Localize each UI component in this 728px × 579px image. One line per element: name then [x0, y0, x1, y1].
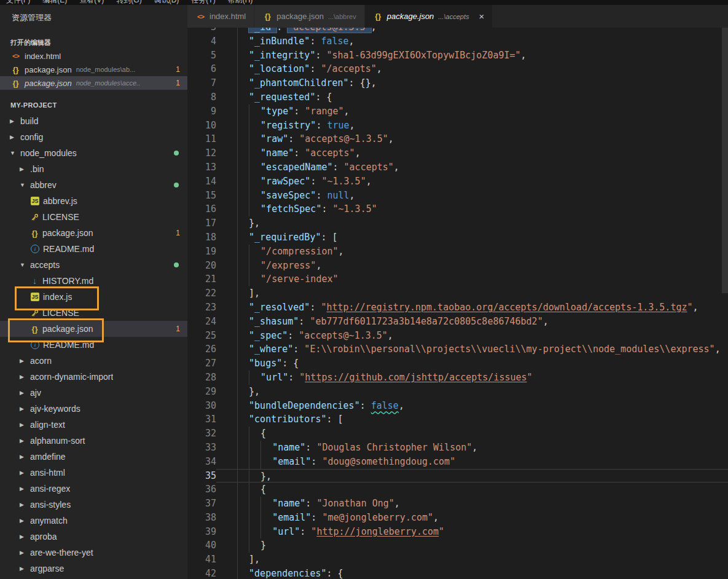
code-line-17[interactable]: 17}, — [187, 216, 728, 230]
code-line-3[interactable]: 3"_id": "accepts@1.3.5", — [187, 28, 728, 34]
folder-argparse[interactable]: ▶argparse — [0, 561, 187, 577]
menu-item-view[interactable]: 查看(V) — [73, 0, 110, 5]
open-editor-package.json[interactable]: {}package.jsonnode_modules\ab...1 — [0, 63, 187, 76]
code-line-6[interactable]: 6"_location": "/accepts", — [187, 62, 728, 76]
code-line-23[interactable]: 23"_resolved": "http://registry.npm.taob… — [187, 301, 728, 315]
code-line-31[interactable]: 31"contributors": [ — [187, 412, 728, 427]
indent-guide — [249, 104, 260, 119]
code-line-19[interactable]: 19"/compression", — [187, 245, 728, 259]
file-index.js[interactable]: JSindex.js — [0, 289, 187, 305]
menu-item-help[interactable]: 帮助(H) — [222, 0, 259, 5]
file-abbrev.js[interactable]: JSabbrev.js — [0, 193, 187, 209]
folder-accepts[interactable]: ▼accepts — [0, 257, 187, 273]
file-package.json[interactable]: {}package.json1 — [0, 321, 187, 337]
folder-build[interactable]: ▶build — [0, 113, 187, 129]
code-line-40[interactable]: 40} — [187, 538, 728, 553]
chevron-right-icon: ▶ — [20, 422, 30, 428]
code-line-15[interactable]: 15"saveSpec": null, — [187, 189, 728, 203]
code-line-24[interactable]: 24"_shasum": "eb777df6011723a3b14e8a72c0… — [187, 315, 728, 329]
folder-amdefine[interactable]: ▶amdefine — [0, 449, 187, 465]
json-file-icon: {} — [373, 11, 383, 22]
folder-acorn-dynamic-import[interactable]: ▶acorn-dynamic-import — [0, 369, 187, 385]
code-line-32[interactable]: 32{ — [187, 427, 728, 441]
code-line-12[interactable]: 12"name": "accepts", — [187, 146, 728, 160]
file-package.json[interactable]: {}package.json1 — [0, 225, 187, 241]
chevron-right-icon: ▶ — [10, 118, 20, 124]
menu-item-tasks[interactable]: 任务(T) — [185, 0, 221, 5]
code-line-21[interactable]: 21"/serve-index" — [187, 272, 728, 286]
modified-dot — [174, 151, 179, 156]
menu-item-file[interactable]: 文件(F) — [0, 0, 36, 5]
code-line-30[interactable]: 30"bundleDependencies": false, — [187, 399, 728, 413]
code-line-34[interactable]: 34"email": "doug@somethingdoug.com" — [187, 455, 728, 469]
file-HISTORY.md[interactable]: ↓HISTORY.md — [0, 273, 187, 289]
code-line-22[interactable]: 22], — [187, 286, 728, 301]
code-line-16[interactable]: 16"fetchSpec": "~1.3.5" — [187, 202, 728, 216]
code-text: }, — [216, 469, 728, 483]
code-line-41[interactable]: 41], — [187, 553, 728, 567]
code-line-36[interactable]: 36{ — [187, 482, 728, 497]
code-line-20[interactable]: 20"/express", — [187, 259, 728, 273]
menu-item-debug[interactable]: 调试(D) — [148, 0, 186, 5]
folder-abbrev[interactable]: ▼abbrev — [0, 177, 187, 193]
folder-ansi-html[interactable]: ▶ansi-html — [0, 465, 187, 481]
folder-node_modules[interactable]: ▼node_modules — [0, 145, 187, 161]
close-icon[interactable]: × — [479, 12, 485, 21]
file-LICENSE[interactable]: LICENSE — [0, 209, 187, 225]
code-line-8[interactable]: 8"_requested": { — [187, 90, 728, 104]
open-editor-index.html[interactable]: <>index.html — [0, 49, 187, 63]
indent-guide — [237, 189, 249, 203]
code-line-18[interactable]: 18"_requiredBy": [ — [187, 230, 728, 245]
file-label: LICENSE — [42, 212, 79, 222]
open-editor-package.json[interactable]: {}package.jsonnode_modules\acce..1 — [0, 76, 187, 90]
indent-guide — [249, 146, 260, 160]
scrollbar-thumb[interactable] — [722, 28, 728, 293]
folder-ansi-regex[interactable]: ▶ansi-regex — [0, 481, 187, 497]
code-line-7[interactable]: 7"_phantomChildren": {}, — [187, 76, 728, 90]
code-line-4[interactable]: 4"_inBundle": false, — [187, 34, 728, 49]
folder-acorn[interactable]: ▶acorn — [0, 353, 187, 369]
code-line-5[interactable]: 5"_integrity": "sha1-63d99gEXI6OxTopywIB… — [187, 49, 728, 63]
code-line-33[interactable]: 33"name": "Douglas Christopher Wilson", — [187, 441, 728, 455]
menu-item-goto[interactable]: 转到(G) — [110, 0, 147, 5]
tab-0-index.html[interactable]: <>index.html — [187, 5, 254, 28]
folder-alphanum-sort[interactable]: ▶alphanum-sort — [0, 433, 187, 449]
folder-are-we-there-yet[interactable]: ▶are-we-there-yet — [0, 545, 187, 561]
folder-ajv[interactable]: ▶ajv — [0, 385, 187, 401]
folder-aproba[interactable]: ▶aproba — [0, 529, 187, 545]
code-line-38[interactable]: 38"email": "me@jongleberry.com", — [187, 511, 728, 525]
code-line-27[interactable]: 27"bugs": { — [187, 356, 728, 371]
code-line-29[interactable]: 29}, — [187, 385, 728, 399]
code-line-9[interactable]: 9"type": "range", — [187, 104, 728, 119]
folder-anymatch[interactable]: ▶anymatch — [0, 513, 187, 529]
tab-1-package.json[interactable]: {}package.json...\abbrev — [254, 5, 364, 28]
code-line-28[interactable]: 28"url": "https://github.com/jshttp/acce… — [187, 371, 728, 385]
project-section-header[interactable]: MY-PROJECT — [0, 98, 187, 112]
code-line-26[interactable]: 26"_where": "E:\\robin\\personal\\projec… — [187, 342, 728, 356]
folder-.bin[interactable]: ▶.bin — [0, 161, 187, 177]
menu-item-edit[interactable]: 编辑(E) — [36, 0, 73, 5]
code-text: "raw": "accepts@~1.3.5", — [216, 132, 728, 146]
license-key-icon — [29, 308, 40, 318]
code-line-10[interactable]: 10"registry": true, — [187, 119, 728, 133]
folder-align-text[interactable]: ▶align-text — [0, 417, 187, 433]
file-label: ajv-keywords — [30, 404, 80, 414]
code-line-42[interactable]: 42"dependencies": { — [187, 567, 728, 579]
file-LICENSE[interactable]: LICENSE — [0, 305, 187, 321]
folder-config[interactable]: ▶config — [0, 129, 187, 145]
code-line-39[interactable]: 39"url": "http://jongleberry.com" — [187, 525, 728, 539]
code-line-37[interactable]: 37"name": "Jonathan Ong", — [187, 497, 728, 511]
open-editors-header[interactable]: 打开的编辑器 — [0, 36, 187, 49]
code-line-35[interactable]: 35}, — [187, 469, 728, 483]
folder-ansi-styles[interactable]: ▶ansi-styles — [0, 497, 187, 513]
code-editor[interactable]: 3"_id": "accepts@1.3.5",4"_inBundle": fa… — [187, 28, 728, 579]
code-line-25[interactable]: 25"_spec": "accepts@~1.3.5", — [187, 329, 728, 343]
file-README.md[interactable]: iREADME.md — [0, 337, 187, 353]
code-line-13[interactable]: 13"escapedName": "accepts", — [187, 160, 728, 175]
code-line-14[interactable]: 14"rawSpec": "~1.3.5", — [187, 175, 728, 189]
explorer-sidebar: 资源管理器 打开的编辑器 <>index.html{}package.jsonn… — [0, 5, 187, 579]
tab-2-package.json[interactable]: {}package.json...\accepts× — [365, 5, 493, 28]
code-line-11[interactable]: 11"raw": "accepts@~1.3.5", — [187, 132, 728, 146]
folder-ajv-keywords[interactable]: ▶ajv-keywords — [0, 401, 187, 417]
file-README.md[interactable]: iREADME.md — [0, 241, 187, 257]
